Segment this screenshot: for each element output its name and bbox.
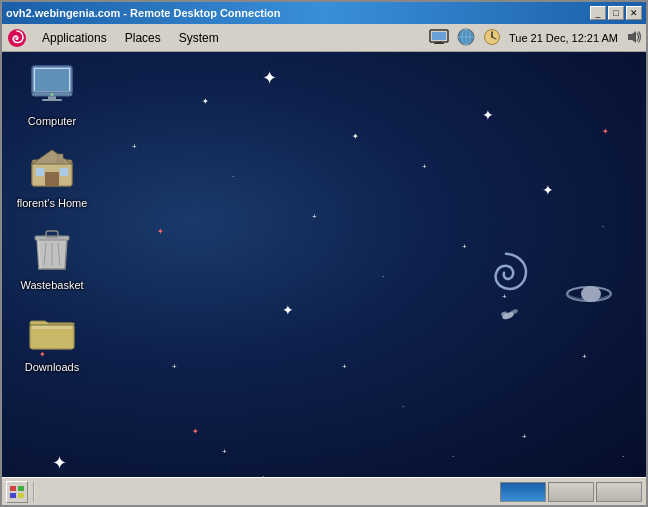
network-icon[interactable] [429, 29, 449, 47]
taskbar-button-1[interactable] [500, 482, 546, 502]
star-decoration: + [462, 242, 467, 251]
star-decoration: · [382, 272, 384, 281]
star-decoration: · [232, 172, 234, 181]
star-decoration-red: ✦ [192, 427, 199, 436]
star-decoration: ✦ [202, 97, 209, 106]
window-frame: ovh2.webingenia.com - Remote Desktop Con… [0, 0, 648, 507]
svg-rect-42 [18, 486, 24, 491]
svg-rect-30 [60, 168, 68, 176]
star-decoration: ✦ [52, 452, 67, 474]
downloads-icon[interactable]: Downloads [12, 308, 92, 374]
svg-rect-2 [432, 32, 446, 40]
volume-icon[interactable] [626, 30, 642, 46]
minimize-button[interactable]: _ [590, 6, 606, 20]
star-decoration: ✦ [542, 182, 554, 198]
menu-bar: Applications Places System [2, 24, 646, 52]
computer-icon[interactable]: Computer [12, 62, 92, 128]
svg-rect-29 [36, 168, 44, 176]
downloads-icon-image [28, 308, 76, 356]
svg-rect-28 [45, 172, 59, 186]
taskbar-button-2[interactable] [548, 482, 594, 502]
home-icon[interactable]: florent's Home [12, 144, 92, 210]
menu-system[interactable]: System [171, 29, 227, 47]
star-decoration-red: ✦ [602, 127, 609, 136]
computer-label: Computer [25, 114, 79, 128]
star-decoration: + [522, 432, 527, 441]
wastebasket-icon[interactable]: Wastebasket [12, 226, 92, 292]
title-bar: ovh2.webingenia.com - Remote Desktop Con… [2, 2, 646, 24]
close-button[interactable]: ✕ [626, 6, 642, 20]
menu-places[interactable]: Places [117, 29, 169, 47]
debian-logo-icon[interactable] [6, 27, 28, 49]
wastebasket-icon-image [28, 226, 76, 274]
svg-rect-43 [10, 493, 16, 498]
svg-rect-23 [42, 99, 62, 101]
star-decoration: + [422, 162, 427, 171]
computer-icon-image [28, 62, 76, 110]
star-decoration: · [452, 452, 454, 461]
svg-rect-40 [32, 326, 72, 329]
globe-icon[interactable] [457, 28, 475, 48]
svg-marker-31 [32, 150, 72, 164]
star-decoration: · [262, 472, 264, 477]
star-decoration: + [172, 362, 177, 371]
star-decoration-red: ✦ [157, 227, 164, 236]
star-decoration: ✦ [282, 302, 294, 318]
desktop-icon-list: Computer [12, 62, 92, 374]
menu-right-area: Tue 21 Dec, 12:21 AM [429, 28, 642, 48]
svg-rect-41 [10, 486, 16, 491]
star-decoration: + [342, 362, 347, 371]
maximize-button[interactable]: □ [608, 6, 624, 20]
svg-point-25 [51, 93, 54, 96]
home-icon-image [28, 144, 76, 192]
star-decoration: + [582, 352, 587, 361]
datetime-display: Tue 21 Dec, 12:21 AM [509, 32, 618, 44]
star-decoration: · [622, 452, 624, 461]
taskbar-start-button[interactable] [6, 481, 28, 503]
star-decoration: + [222, 447, 227, 456]
star-decoration: ✦ [352, 132, 359, 141]
star-decoration: ✦ [262, 67, 277, 89]
star-decoration: ✦ [482, 107, 494, 123]
taskbar-right-area [500, 482, 642, 502]
menu-applications[interactable]: Applications [34, 29, 115, 47]
star-decoration: + [312, 212, 317, 221]
star-decoration: + [132, 142, 137, 151]
svg-rect-44 [18, 493, 24, 498]
wastebasket-label: Wastebasket [17, 278, 86, 292]
star-decoration: · [602, 222, 604, 231]
taskbar-button-3[interactable] [596, 482, 642, 502]
taskbar-separator [33, 482, 35, 502]
downloads-label: Downloads [22, 360, 82, 374]
planet-decoration [561, 277, 616, 316]
svg-rect-21 [35, 69, 69, 91]
home-label: florent's Home [14, 196, 91, 210]
clock-icon[interactable] [483, 28, 501, 48]
svg-rect-32 [58, 154, 63, 162]
star-decoration: · [402, 402, 404, 411]
desktop: ✦ ✦ ✦ ✦ + ✦ + · ✦ + · ✦ + + ✦ ✦ + · + · … [2, 52, 646, 477]
taskbar [2, 477, 646, 505]
svg-rect-4 [434, 43, 444, 44]
title-bar-buttons: _ □ ✕ [590, 6, 642, 20]
svg-marker-12 [628, 31, 636, 43]
debian-swirl-decoration [476, 244, 536, 338]
window-title: ovh2.webingenia.com - Remote Desktop Con… [6, 7, 280, 19]
